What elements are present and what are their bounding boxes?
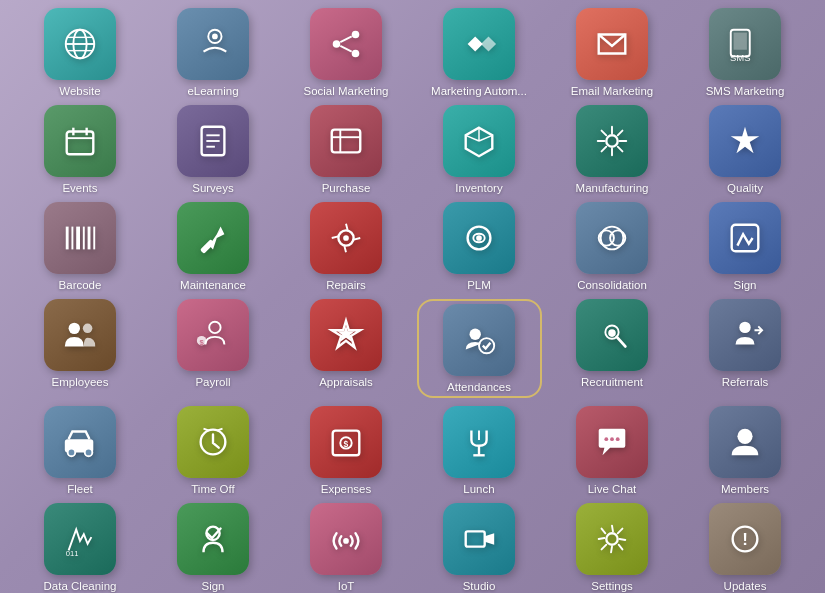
- app-item-studio[interactable]: Studio: [417, 503, 542, 592]
- app-label-quality: Quality: [727, 182, 763, 194]
- app-item-manufacturing[interactable]: Manufacturing: [550, 105, 675, 194]
- app-icon-sms-marketing: SMS: [709, 8, 781, 80]
- app-icon-inventory: [443, 105, 515, 177]
- app-item-expenses[interactable]: $Expenses: [284, 406, 409, 495]
- svg-point-63: [604, 437, 608, 441]
- app-icon-website: [44, 8, 116, 80]
- app-icon-members: [709, 406, 781, 478]
- app-item-maintenance[interactable]: Maintenance: [151, 202, 276, 291]
- svg-point-50: [608, 329, 616, 337]
- app-item-time-off[interactable]: Time Off: [151, 406, 276, 495]
- app-icon-consolidation: [576, 202, 648, 274]
- app-icon-quality: [709, 105, 781, 177]
- svg-point-55: [85, 449, 93, 457]
- svg-rect-15: [67, 132, 94, 155]
- svg-point-43: [83, 324, 93, 334]
- app-icon-studio: [443, 503, 515, 575]
- app-item-repairs[interactable]: Repairs: [284, 202, 409, 291]
- app-icon-employees: [44, 299, 116, 371]
- svg-point-9: [352, 50, 360, 58]
- app-icon-social-marketing: [310, 8, 382, 80]
- svg-point-35: [343, 235, 349, 241]
- app-icon-purchase: [310, 105, 382, 177]
- app-icon-maintenance: [177, 202, 249, 274]
- app-label-data-cleaning: Data Cleaning: [44, 580, 117, 592]
- svg-rect-32: [93, 227, 95, 250]
- app-label-expenses: Expenses: [321, 483, 372, 495]
- app-item-members[interactable]: Members: [683, 406, 808, 495]
- svg-text:SMS: SMS: [730, 52, 751, 63]
- app-item-appraisals[interactable]: Appraisals: [284, 299, 409, 398]
- app-label-email-marketing: Email Marketing: [571, 85, 653, 97]
- app-item-payroll[interactable]: $Payroll: [151, 299, 276, 398]
- app-icon-email-marketing: [576, 8, 648, 80]
- svg-point-65: [616, 437, 620, 441]
- svg-rect-31: [88, 227, 91, 250]
- app-label-iot: IoT: [338, 580, 355, 592]
- app-item-attendances[interactable]: Attendances: [417, 299, 542, 398]
- app-item-social-marketing[interactable]: Social Marketing: [284, 8, 409, 97]
- app-item-data-cleaning[interactable]: 011Data Cleaning: [18, 503, 143, 592]
- app-icon-manufacturing: [576, 105, 648, 177]
- app-icon-barcode: [44, 202, 116, 274]
- svg-rect-29: [76, 227, 80, 250]
- app-item-email-marketing[interactable]: Email Marketing: [550, 8, 675, 97]
- app-item-settings[interactable]: Settings: [550, 503, 675, 592]
- svg-rect-23: [332, 130, 361, 153]
- app-item-lunch[interactable]: Lunch: [417, 406, 542, 495]
- app-label-appraisals: Appraisals: [319, 376, 373, 388]
- app-item-sign[interactable]: Sign: [683, 202, 808, 291]
- svg-point-7: [333, 40, 341, 48]
- app-item-surveys[interactable]: Surveys: [151, 105, 276, 194]
- app-icon-plm: [443, 202, 515, 274]
- app-item-consolidation[interactable]: Consolidation: [550, 202, 675, 291]
- app-item-events[interactable]: Events: [18, 105, 143, 194]
- app-item-sms-marketing[interactable]: SMSSMS Marketing: [683, 8, 808, 97]
- app-item-inventory[interactable]: Inventory: [417, 105, 542, 194]
- app-item-barcode[interactable]: Barcode: [18, 202, 143, 291]
- app-label-employees: Employees: [52, 376, 109, 388]
- svg-line-11: [340, 46, 351, 52]
- svg-point-54: [68, 449, 76, 457]
- app-label-updates: Updates: [724, 580, 767, 592]
- app-label-sign2: Sign: [201, 580, 224, 592]
- svg-point-69: [343, 538, 349, 544]
- app-icon-sign: [709, 202, 781, 274]
- app-label-repairs: Repairs: [326, 279, 366, 291]
- app-item-quality[interactable]: Quality: [683, 105, 808, 194]
- app-icon-time-off: [177, 406, 249, 478]
- svg-point-52: [739, 322, 750, 333]
- app-item-sign2[interactable]: Sign: [151, 503, 276, 592]
- app-label-recruitment: Recruitment: [581, 376, 643, 388]
- svg-point-44: [209, 322, 220, 333]
- app-item-elearning[interactable]: eLearning: [151, 8, 276, 97]
- app-item-employees[interactable]: Employees: [18, 299, 143, 398]
- svg-rect-13: [734, 33, 747, 50]
- svg-point-66: [737, 429, 752, 444]
- app-label-surveys: Surveys: [192, 182, 234, 194]
- app-item-recruitment[interactable]: Recruitment: [550, 299, 675, 398]
- svg-rect-27: [66, 227, 69, 250]
- svg-line-10: [340, 36, 351, 42]
- app-label-events: Events: [62, 182, 97, 194]
- app-grid: WebsiteeLearningSocial MarketingMarketin…: [0, 0, 825, 593]
- svg-point-26: [606, 135, 617, 146]
- app-icon-iot: [310, 503, 382, 575]
- app-item-fleet[interactable]: Fleet: [18, 406, 143, 495]
- app-item-plm[interactable]: PLM: [417, 202, 542, 291]
- app-item-updates[interactable]: !Updates: [683, 503, 808, 592]
- app-label-settings: Settings: [591, 580, 633, 592]
- app-item-website[interactable]: Website: [18, 8, 143, 97]
- app-item-live-chat[interactable]: Live Chat: [550, 406, 675, 495]
- app-label-consolidation: Consolidation: [577, 279, 647, 291]
- app-label-purchase: Purchase: [322, 182, 371, 194]
- app-item-iot[interactable]: IoT: [284, 503, 409, 592]
- svg-rect-30: [83, 227, 85, 250]
- app-icon-attendances: [443, 304, 515, 376]
- app-item-marketing-automation[interactable]: Marketing Autom...: [417, 8, 542, 97]
- app-item-purchase[interactable]: Purchase: [284, 105, 409, 194]
- app-item-referrals[interactable]: Referrals: [683, 299, 808, 398]
- app-icon-data-cleaning: 011: [44, 503, 116, 575]
- app-label-lunch: Lunch: [463, 483, 494, 495]
- app-label-marketing-automation: Marketing Autom...: [431, 85, 527, 97]
